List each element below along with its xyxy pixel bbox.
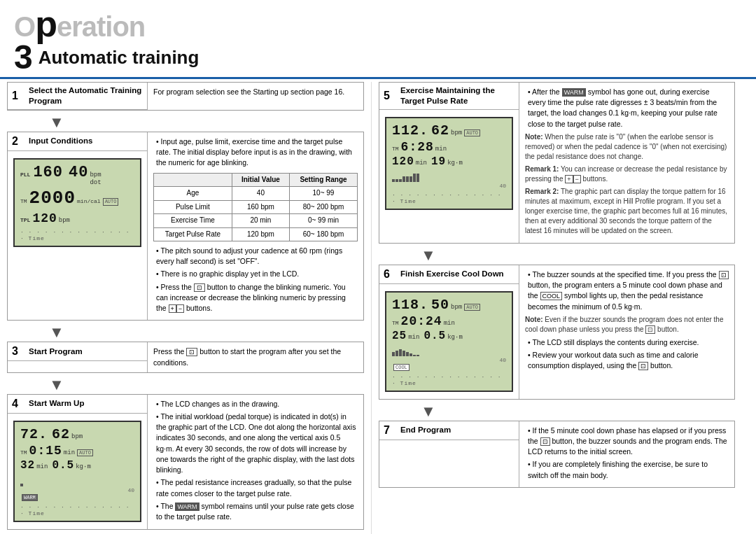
lcd-dots-line: · · · · · · · · · · · · · · · Time [20,229,134,241]
lcd-step5: 112. 62 bpm AUTO TM 6:28 min 120 min [385,117,513,210]
step-6-title: Finish Exercise Cool Down [400,269,504,279]
row-extime-init: 20 min [232,214,289,228]
table-row: Pulse Limit 160 bpm 80~ 200 bpm [154,200,358,214]
step-1-number: 1 [12,90,24,102]
lcd-step4: 72. 62 bpm TM 0:15 min AUTO 32 min [13,421,141,522]
lcd-dots-line2: · · · · · · · · · · · · · · · Time [20,504,134,517]
row-age-init: 40 [232,187,289,201]
step-5-lcd: 112. 62 bpm AUTO TM 6:28 min 120 min [379,110,519,217]
step-6-block: 6 Finish Exercise Cool Down 118. 50 bpm … [379,265,735,400]
step-5-title-row: 5 Exercise Maintaining the Target Pulse … [379,83,519,110]
row-extime-range: 0~ 99 min [290,214,358,228]
step-4-lcd: 72. 62 bpm TM 0:15 min AUTO 32 min [8,414,147,529]
chapter-label: Operation [14,6,145,42]
step5-note1: Note: When the pulse rate is "0" (when t… [525,132,729,162]
chapter-num-big: 3 [14,41,33,74]
arrow-1-2: ▼ [7,115,364,130]
page-title: Automatic training [38,47,200,69]
step-7-content: If the 5 minute cool down phase has elap… [519,421,734,487]
table-row: Target Pulse Rate 120 bpm 60~ 180 bpm [154,227,358,241]
step2-bullet3: Press the ⊡ button to change the blinkin… [156,282,358,314]
step-6-lcd: 118. 50 bpm AUTO TM 20:24 min 25 min [379,284,519,399]
step4-b4: The WARM symbol remains until your pulse… [156,501,358,522]
right-column: 5 Exercise Maintaining the Target Pulse … [371,82,735,534]
row-extime-label: Exercise Time [154,214,232,228]
table-row: Exercise Time 20 min 0~ 99 min [154,214,358,228]
lcd-dots-line4: · · · · · · · · · · · · · · · Time [392,374,506,386]
step-3-content: Press the ⊡ button to start the program … [148,342,363,372]
step-5-left: 5 Exercise Maintaining the Target Pulse … [379,83,519,243]
step-7-left: 7 End Program [379,421,519,487]
step-6-content: The buzzer sounds at the specified time.… [519,265,734,399]
lcd-dots-line3: · · · · · · · · · · · · · · · Time [392,192,506,204]
step5-remark2: Remark 2: The graphic part can display t… [525,187,729,236]
step-6-title-row: 6 Finish Exercise Cool Down [379,265,519,284]
lcd-step2: PLL 160 40 bpmdot TM 2000 min/cal AUTO [13,158,141,247]
step-7-title-row: 7 End Program [379,421,519,440]
step-3-number: 3 [12,345,24,358]
row-tpr-label: Target Pulse Rate [154,227,232,241]
step-5-title: Exercise Maintaining the Target Pulse Ra… [400,85,514,106]
row-tpr-init: 120 bpm [232,227,289,241]
row-pulse-range: 80~ 200 bpm [290,200,358,214]
step-2-intro: Input age, pulse limit, exercise time an… [156,136,358,169]
step-1-block: 1 Select the Automatic Training Program … [7,82,364,111]
step-2-title-row: 2 Input Conditions [8,132,147,151]
step2-bullet2: There is no graphic display yet in the L… [156,269,358,279]
step5-b1: After the WARM symbol has gone out, duri… [528,87,729,129]
step6-b3: Review your workout data such as time an… [528,350,729,371]
left-column: 1 Select the Automatic Training Program … [7,82,371,534]
step4-b1: The LCD changes as in the drawing. [156,399,358,409]
step4-b2: The initial workload (pedal torque) is i… [156,412,358,475]
step-1-text: For program selection see the Starting u… [153,87,344,96]
row-age-range: 10~ 99 [290,187,358,201]
arrow-6-7: ▼ [379,404,735,419]
step6-note1: Note: Even if the buzzer sounds the prog… [525,315,729,335]
step7-b1: If the 5 minute cool down phase has elap… [528,426,729,458]
lcd-step6: 118. 50 bpm AUTO TM 20:24 min 25 min [385,291,513,392]
step-2-lcd: PLL 160 40 bpmdot TM 2000 min/cal AUTO [8,151,147,254]
table-header-init: Initial Value [232,173,289,187]
step-5-number: 5 [384,90,396,102]
row-pulse-label: Pulse Limit [154,200,232,214]
step-4-left: 4 Start Warm Up 72. 62 bpm TM 0:15 [8,395,148,529]
step-5-block: 5 Exercise Maintaining the Target Pulse … [379,82,735,244]
arrow-5-6: ▼ [379,248,735,263]
step-4-number: 4 [12,398,24,410]
arrow-2-3: ▼ [7,325,364,340]
step-1-title: Select the Automatic Training Program [29,85,143,106]
step-7-number: 7 [384,424,396,437]
step2-bullet1: The pitch sound to adjust your cadence a… [156,246,358,267]
row-tpr-range: 60~ 180 bpm [290,227,358,241]
step-3-left: 3 Start Program [8,342,148,372]
step6-b2: The LCD still displays the contents duri… [528,337,729,348]
page-header: Operation 3 Automatic training [0,0,756,79]
step-2-block: 2 Input Conditions PLL 160 40 bpmdot TM [7,132,364,321]
step-2-number: 2 [12,135,24,148]
step-1-left: 1 Select the Automatic Training Program [8,83,148,110]
step6-b1: The buzzer sounds at the specified time.… [528,269,729,312]
main-content: 1 Select the Automatic Training Program … [0,82,756,534]
chapter-number: p [35,3,57,44]
step-3-title-row: 3 Start Program [8,342,147,361]
step-5-content: After the WARM symbol has gone out, duri… [519,83,734,243]
row-age-label: Age [154,187,232,201]
step-2-title: Input Conditions [29,136,92,146]
step-1-title-row: 1 Select the Automatic Training Program [8,83,147,110]
step-3-text: Press the ⊡ button to start the program … [153,347,341,366]
step-2-content: Input age, pulse limit, exercise time an… [148,132,363,320]
step-2-left: 2 Input Conditions PLL 160 40 bpmdot TM [8,132,148,320]
step7-b2: If you are completely finishing the exer… [528,459,729,480]
arrow-3-4: ▼ [7,377,364,393]
step4-b3: The pedal resistance increases gradually… [156,477,358,498]
step-3-block: 3 Start Program Press the ⊡ button to st… [7,342,364,372]
row-pulse-init: 160 bpm [232,200,289,214]
step-6-number: 6 [384,268,396,281]
table-header-range: Setting Range [290,173,358,187]
step5-remark1: Remark 1: You can increase or decrease t… [525,164,729,184]
step-1-content: For program selection see the Starting u… [148,83,363,110]
step-7-title: End Program [400,425,451,435]
step-4-title-row: 4 Start Warm Up [8,395,147,414]
step-7-block: 7 End Program If the 5 minute cool down … [379,421,735,488]
table-row: Age 40 10~ 99 [154,187,358,201]
